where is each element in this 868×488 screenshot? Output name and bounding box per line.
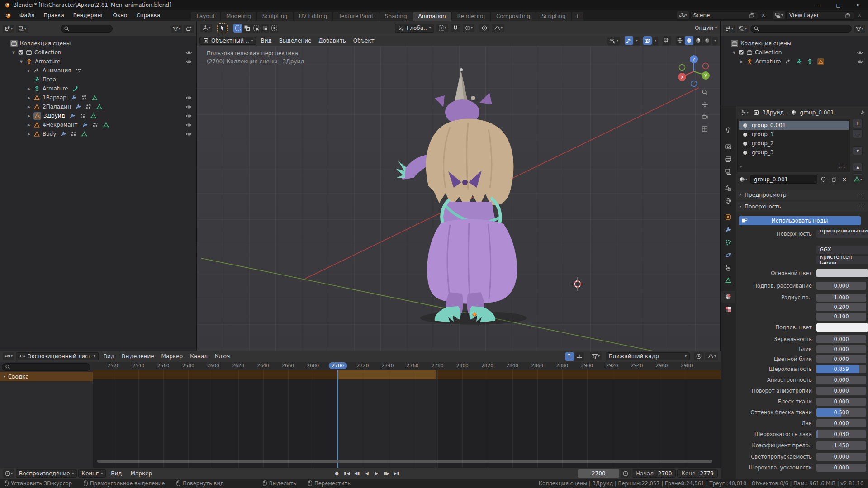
shading-rendered-button[interactable] [703, 36, 711, 45]
maximize-button[interactable]: ▢ [828, 0, 848, 10]
slot-specials-button[interactable]: ▾ [853, 146, 863, 155]
view-layer-type-dropdown[interactable]: ▾ [773, 11, 785, 19]
playback-dropdown[interactable]: Воспроизведение▾ [16, 469, 77, 478]
keying-dropdown[interactable]: Кеинг▾ [78, 469, 106, 478]
shader-node-field[interactable]: Принципиальный .. [816, 230, 868, 238]
select-mode-select-set-button[interactable] [233, 24, 242, 33]
overlays-dropdown[interactable]: ▾ [653, 37, 658, 45]
overlays-toggle[interactable] [643, 36, 652, 45]
shader-value-field[interactable]: 1.450 [816, 441, 866, 450]
scene-name-field[interactable]: Scene [690, 11, 758, 20]
dopesheet-editor-type-button[interactable]: ▾ [3, 352, 14, 360]
material-browse-dropdown[interactable]: ▾ [737, 175, 749, 184]
properties-tab-tool[interactable] [721, 124, 735, 136]
xray-toggle[interactable] [663, 36, 671, 45]
outliner-filter-button[interactable]: ▾ [854, 25, 865, 33]
material-name-field[interactable]: group_0.001 [750, 175, 817, 184]
shader-value-field[interactable]: 0.030 [816, 430, 866, 438]
shading-wireframe-button[interactable] [676, 36, 684, 45]
mesh-data-dropdown[interactable]: ▾ [852, 175, 864, 184]
shader-select-field[interactable]: GGX▾ [816, 246, 868, 254]
dopesheet-mode-dropdown[interactable]: Экспозиционный лист▾ [16, 352, 99, 360]
playback-next-keyframe-button[interactable]: ▮▶ [382, 470, 392, 477]
active-tool-select-button[interactable] [218, 24, 227, 33]
outliner-row-2паладин[interactable]: ▶2Паладин [0, 102, 197, 111]
shader-value-field[interactable]: 0.000 [816, 345, 866, 353]
shader-radius-field-2[interactable]: 0.100 [816, 313, 866, 321]
move-slot-up-button[interactable]: ▲ [853, 163, 863, 172]
horizontal-scrollbar[interactable] [97, 460, 712, 463]
snap-target-dropdown[interactable]: ▾ [463, 24, 474, 32]
outliner-filter-button[interactable]: ▾ [171, 25, 182, 33]
fake-user-shield-button[interactable] [819, 175, 828, 184]
topbar-menu-Правка[interactable]: Правка [39, 10, 69, 21]
eye-icon[interactable] [185, 122, 192, 128]
object-visibility-dropdown[interactable]: ▾ [607, 37, 620, 45]
outliner-search-input[interactable] [750, 25, 852, 33]
workspace-tab-layout[interactable]: Layout [191, 12, 220, 21]
timeline-menu-marker[interactable]: Маркер [127, 469, 156, 479]
playback-prev-keyframe-button[interactable]: ◀▮ [352, 470, 362, 477]
breadcrumb-material[interactable]: group_0.001 [800, 109, 834, 116]
eye-icon[interactable] [185, 95, 192, 101]
outliner-row-1варвар[interactable]: ▶1Варвар [0, 93, 197, 102]
copy-scene-icon[interactable] [749, 13, 755, 19]
normalize-toggle[interactable] [575, 352, 584, 361]
outliner-row-body[interactable]: ▶Body [0, 129, 197, 138]
timeline-editor-type-button[interactable]: ▾ [3, 469, 14, 478]
dopesheet-menu-Выделение[interactable]: Выделение [118, 351, 157, 361]
properties-editor-type-button[interactable]: ▾ [739, 109, 750, 117]
shader-radius-field-1[interactable]: 0.200 [816, 303, 866, 311]
eye-icon[interactable] [185, 104, 192, 110]
properties-tab-viewlayer[interactable] [721, 166, 735, 178]
outliner-row-поза[interactable]: Поза [0, 75, 197, 84]
scene-type-dropdown[interactable]: ▾ [677, 11, 689, 19]
frame-end-field[interactable]: Коне2779 [677, 469, 718, 478]
dopesheet-menu-Канал[interactable]: Канал [186, 351, 211, 361]
shader-value-field[interactable]: 0.000 [816, 387, 866, 395]
shading-material-preview-button[interactable] [694, 36, 702, 45]
gizmos-dropdown[interactable]: ▾ [634, 37, 640, 45]
material-slot-group_3[interactable]: group_3 [739, 148, 849, 157]
eye-icon[interactable] [857, 49, 863, 56]
copy-view-layer-icon[interactable] [845, 13, 851, 19]
current-frame-field[interactable]: 2700 [578, 469, 619, 478]
expander-icon[interactable]: ▶ [27, 132, 31, 136]
properties-tab-scene[interactable] [721, 182, 735, 194]
eye-icon[interactable] [185, 49, 192, 56]
dopesheet-key-region[interactable] [93, 370, 721, 468]
dopesheet-menu-Вид[interactable]: Вид [100, 351, 118, 361]
outliner-row-3друид[interactable]: ▶3Друид [0, 111, 197, 120]
panel-surface[interactable]: ▾Поверхность:::: [736, 202, 868, 212]
select-mode-select-extend-button[interactable] [242, 24, 251, 33]
dopesheet-ruler[interactable]: 2520254025602580260026202640266026802720… [93, 362, 721, 370]
expander-icon[interactable]: ▼ [11, 51, 16, 55]
viewport-menu-Объект[interactable]: Объект [350, 36, 378, 46]
close-button[interactable]: ✕ [848, 0, 868, 10]
playback-jump-start-button[interactable]: ▮◀ [342, 470, 352, 477]
pivot-point-dropdown[interactable]: ▾ [436, 24, 448, 32]
material-slot-group_1[interactable]: group_1 [739, 130, 849, 139]
shader-radius-field-0[interactable]: 1.000 [816, 294, 866, 302]
outliner-search-input[interactable] [61, 25, 113, 33]
shader-value-field[interactable]: 0.000 [816, 282, 866, 290]
proportional-edit-button[interactable] [479, 24, 489, 32]
shader-value-field[interactable]: 0.000 [816, 419, 866, 427]
move-view-button[interactable] [702, 101, 708, 108]
shading-dropdown[interactable]: ▾ [712, 37, 718, 45]
playback-play-button[interactable]: ▶ [372, 470, 382, 477]
material-slot-group_0.001[interactable]: group_0.001 [739, 121, 849, 130]
pin-icon[interactable] [859, 109, 865, 115]
expander-icon[interactable]: ▼ [732, 51, 736, 55]
shader-value-field[interactable]: 0.000 [816, 335, 866, 343]
use-nodes-button[interactable]: Использовать ноды [739, 216, 861, 225]
properties-tab-object[interactable] [721, 211, 735, 223]
viewport-menu-Добавить[interactable]: Добавить [315, 36, 349, 46]
mode-dropdown[interactable]: Объектный ..▾ [199, 37, 256, 45]
properties-tab-particles[interactable] [721, 237, 735, 248]
eye-icon[interactable] [857, 58, 863, 65]
new-collection-button[interactable] [184, 25, 194, 33]
properties-tab-modifiers[interactable] [721, 224, 735, 236]
proportional-edit-button[interactable] [694, 352, 704, 360]
workspace-tab-scripting[interactable]: Scripting [536, 12, 571, 21]
